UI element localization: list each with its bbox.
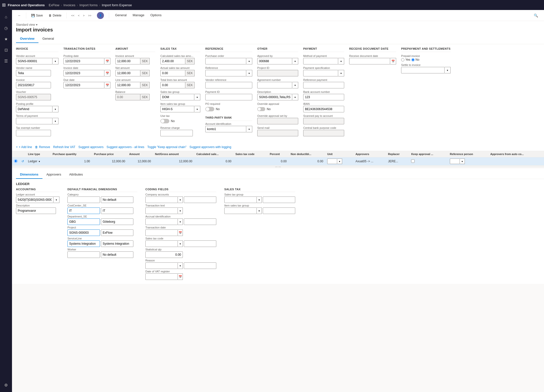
payment-spec-input[interactable] (303, 70, 338, 76)
item-sales-tax-group-value-input[interactable] (263, 207, 295, 214)
sales-tax-group-dim-input[interactable] (224, 196, 257, 203)
company-accounts-input[interactable] (145, 196, 178, 203)
posting-date-input[interactable] (63, 58, 104, 64)
search-button[interactable]: 🔍 (532, 12, 540, 18)
due-date-calendar[interactable]: 📅 (104, 82, 110, 88)
po-required-toggle[interactable] (205, 107, 214, 111)
terms-of-payment-input[interactable] (16, 118, 52, 124)
calc-sales-tax-input[interactable] (160, 58, 185, 64)
line-amount-input[interactable] (115, 82, 140, 88)
override-approval-toggle[interactable] (257, 107, 265, 111)
sales-tax-group-input[interactable] (160, 94, 194, 100)
agreement-number-input[interactable] (257, 82, 292, 88)
user-avatar[interactable]: 👤 (97, 12, 104, 19)
net-amount-input[interactable] (115, 70, 140, 76)
settle-to-invoice-dropdown[interactable]: ▾ (445, 67, 451, 73)
item-sales-tax-group-input[interactable] (160, 106, 194, 112)
nav-first[interactable]: << (70, 13, 76, 18)
purchase-order-dropdown[interactable]: ▾ (246, 58, 252, 64)
project-dim-input[interactable] (67, 229, 100, 236)
approved-by-dropdown[interactable]: ▾ (292, 58, 298, 64)
iban-input[interactable] (303, 106, 344, 112)
terms-dropdown[interactable]: ▾ (52, 118, 58, 124)
item-sales-tax-group-dropdown[interactable]: ▾ (194, 106, 200, 112)
actual-sales-tax-input[interactable] (160, 70, 185, 76)
posting-profile-input[interactable] (16, 106, 52, 112)
sidebar-settings[interactable]: ⚙ (1, 380, 11, 390)
transaction-text-dropdown[interactable]: ▾ (178, 207, 183, 214)
sales-tax-code-value-input[interactable] (184, 240, 216, 247)
method-of-payment-input[interactable] (303, 58, 338, 64)
reason-value-input[interactable] (184, 262, 216, 269)
ref-person-dropdown[interactable]: ▾ (460, 159, 465, 164)
suggest-approvers-logging-button[interactable]: Suggest approvers with logging (189, 145, 231, 149)
page-tab-overview[interactable]: Overview (16, 35, 38, 43)
vendor-reference-input[interactable] (205, 82, 252, 88)
accrual-id-value-input[interactable] (184, 218, 216, 225)
service-line-value-input[interactable] (101, 240, 133, 247)
sidebar-favorites[interactable]: ★ (1, 34, 11, 44)
tax-exempt-input[interactable] (16, 130, 51, 136)
breadcrumb-invoices[interactable]: Invoices (63, 3, 75, 7)
tab-dimensions[interactable]: Dimensions (16, 171, 42, 179)
breadcrumb-import-forms[interactable]: Import forms (79, 3, 98, 7)
reference-input[interactable] (205, 70, 246, 76)
use-tax-toggle[interactable] (160, 119, 169, 123)
reference-dropdown[interactable]: ▾ (246, 70, 252, 76)
transaction-date-input[interactable] (145, 229, 178, 236)
suggest-approvers-button[interactable]: Suggest approvers (78, 145, 104, 149)
back-button[interactable]: ← (16, 13, 23, 18)
invoice-date-calendar[interactable]: 📅 (104, 70, 110, 76)
sales-tax-group-dim-dropdown[interactable]: ▾ (257, 196, 262, 203)
sales-tax-group-value-input[interactable] (263, 196, 295, 203)
invoice-date-input[interactable] (63, 70, 104, 76)
bank-account-input[interactable] (303, 94, 344, 100)
accrual-id-input[interactable] (145, 218, 178, 225)
receive-doc-date-input[interactable] (349, 58, 390, 64)
sidebar-recent[interactable]: ◷ (1, 23, 11, 33)
reference-payment-input[interactable] (303, 82, 344, 88)
item-sales-tax-group-dim-dropdown[interactable]: ▾ (257, 207, 262, 214)
add-line-button[interactable]: + + Add line (16, 145, 32, 149)
prepaid-radio-yes[interactable] (401, 58, 404, 61)
invoice-amount-input[interactable] (115, 58, 140, 64)
invoice-input[interactable] (16, 82, 51, 88)
ref-person-input[interactable] (450, 159, 460, 164)
worker-dim-input[interactable] (67, 251, 100, 258)
worker-dim-value-input[interactable] (101, 251, 133, 258)
payment-spec-dropdown[interactable]: ▾ (338, 70, 344, 76)
keep-approval-checkbox[interactable] (411, 159, 415, 163)
tab-approvers[interactable]: Approvers (42, 171, 65, 179)
company-accounts-dropdown[interactable]: ▾ (178, 196, 183, 203)
tab-attributes[interactable]: Attributes (65, 171, 87, 179)
reason-input[interactable] (145, 262, 178, 269)
menu-tab-general[interactable]: General (112, 12, 130, 19)
posting-profile-dropdown[interactable]: ▾ (52, 106, 58, 112)
accrual-id-dropdown[interactable]: ▾ (178, 218, 183, 225)
sales-tax-group-dropdown[interactable]: ▾ (194, 94, 200, 100)
description-input[interactable] (257, 94, 292, 100)
receive-doc-calendar[interactable]: 📅 (390, 58, 396, 64)
project-id-input[interactable] (257, 70, 298, 76)
nav-prev[interactable]: < (76, 13, 81, 18)
project-dim-value-input[interactable] (101, 229, 133, 236)
vendor-account-input[interactable] (16, 58, 52, 64)
approved-by-input[interactable] (257, 58, 292, 64)
date-of-vat-calendar[interactable]: 📅 (178, 273, 183, 280)
row-radio[interactable] (14, 159, 17, 163)
save-button[interactable]: 💾 Save (29, 13, 45, 18)
cost-center-se-value-input[interactable] (101, 207, 133, 214)
nav-next[interactable]: > (81, 13, 86, 18)
sidebar-modules[interactable]: ☰ (1, 56, 11, 66)
page-tab-general[interactable]: General (38, 35, 58, 43)
settle-to-invoice-input[interactable] (401, 67, 445, 73)
method-of-payment-dropdown[interactable]: ▾ (338, 58, 344, 64)
breadcrumb-exflow[interactable]: ExFlow (49, 3, 59, 7)
account-id-input[interactable] (205, 126, 246, 132)
reverse-charge-input[interactable] (160, 130, 193, 136)
cost-center-se-input[interactable] (67, 207, 100, 214)
date-of-vat-input[interactable] (145, 273, 178, 280)
vendor-name-input[interactable] (16, 70, 51, 76)
delete-button[interactable]: 🗑 Delete (47, 13, 63, 18)
sales-tax-code-dim-input[interactable] (145, 240, 178, 247)
